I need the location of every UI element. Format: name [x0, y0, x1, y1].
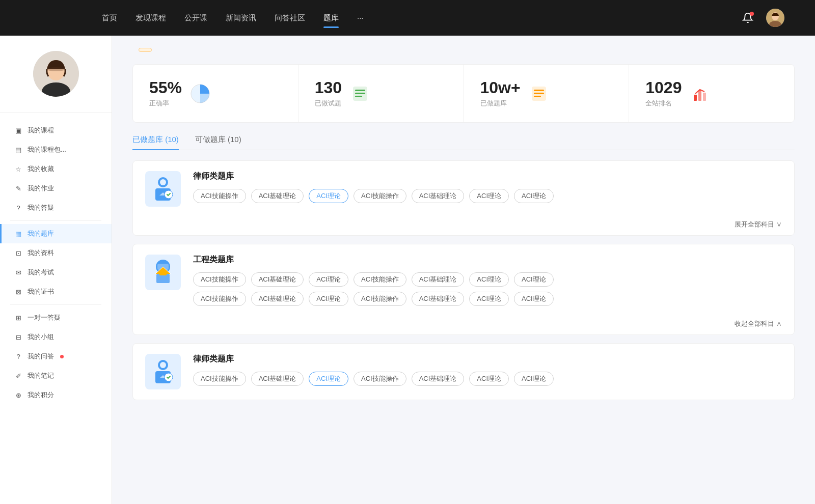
stat-item-pie: 55% 正确率 [133, 65, 298, 122]
svg-rect-16 [694, 95, 697, 101]
tag[interactable]: ACI基础理论 [412, 372, 465, 386]
menu-item-label: 一对一答疑 [28, 313, 61, 322]
assignment-icon: ✎ [14, 184, 22, 192]
tag[interactable]: ACI理论 [514, 292, 554, 306]
sidebar-menu-item-group[interactable]: ⊟ 我的小组 [0, 327, 112, 347]
tab-已做题库 (10)[interactable]: 已做题库 (10) [132, 135, 179, 150]
tag[interactable]: ACI理论 [469, 292, 509, 306]
sidebar-menu-item-qanda[interactable]: ? 我的问答 [0, 347, 112, 366]
trial-badge [139, 48, 152, 52]
nav-link-公开课[interactable]: 公开课 [184, 11, 207, 25]
svg-rect-18 [703, 93, 706, 101]
sidebar-menu-item-assignment[interactable]: ✎ 我的作业 [0, 179, 112, 198]
tag[interactable]: ACI技能操作 [354, 372, 406, 386]
sidebar-profile-area [0, 51, 112, 113]
tag[interactable]: ACI技能操作 [354, 272, 406, 287]
menu-item-label: 我的课程 [28, 126, 54, 135]
tag[interactable]: ACI理论 [514, 372, 554, 386]
sidebar-menu-item-notes[interactable]: ✐ 我的笔记 [0, 366, 112, 385]
stat-label: 已做试题 [315, 99, 342, 108]
sidebar-menu-item-material[interactable]: ⊡ 我的资料 [0, 243, 112, 263]
nav-link-首页[interactable]: 首页 [102, 11, 117, 25]
tag[interactable]: ACI理论 [309, 272, 348, 287]
nav-link-问答社区[interactable]: 问答社区 [275, 11, 305, 25]
sidebar-menu-item-points[interactable]: ⊛ 我的积分 [0, 385, 112, 405]
svg-point-29 [160, 362, 166, 368]
sidebar-menu-item-certificate[interactable]: ⊠ 我的证书 [0, 282, 112, 301]
tag[interactable]: ACI技能操作 [193, 372, 246, 386]
qbank-card-3: 律师类题库 ACI技能操作ACI基础理论ACI理论ACI技能操作ACI基础理论A… [132, 343, 795, 400]
tag[interactable]: ACI理论 [469, 272, 509, 287]
svg-rect-26 [159, 273, 167, 275]
qanda-icon: ? [14, 352, 22, 360]
sidebar-menu-item-star[interactable]: ☆ 我的收藏 [0, 159, 112, 179]
sidebar-menu-item-package[interactable]: ▤ 我的课程包... [0, 140, 112, 159]
chart-red-icon [690, 83, 710, 104]
tag[interactable]: ACI技能操作 [354, 189, 406, 203]
svg-point-6 [47, 67, 65, 71]
stat-value: 1029 [645, 79, 682, 97]
list-green-icon [350, 83, 370, 104]
tab-可做题库 (10)[interactable]: 可做题库 (10) [195, 135, 241, 150]
menu-item-label: 我的答疑 [28, 203, 54, 212]
menu-item-label: 我的收藏 [28, 164, 54, 174]
sidebar-menu-item-qa[interactable]: ? 我的答疑 [0, 198, 112, 217]
qbank-icon [145, 171, 181, 207]
menu-item-label: 我的考试 [28, 268, 54, 277]
navbar: 首页发现课程公开课新闻资讯问答社区题库··· [0, 0, 815, 36]
menu-item-label: 我的问答 [28, 352, 54, 361]
sidebar-menu-item-course[interactable]: ▣ 我的课程 [0, 121, 112, 140]
tag[interactable]: ACI理论 [469, 189, 509, 203]
tag[interactable]: ACI技能操作 [193, 189, 246, 203]
menu-item-label: 我的课程包... [28, 145, 66, 154]
expand-link[interactable]: 收起全部科目 ∧ [133, 316, 794, 334]
tag[interactable]: ACI理论 [514, 189, 554, 203]
tag[interactable]: ACI技能操作 [193, 272, 246, 287]
tag[interactable]: ACI理论 [469, 372, 509, 386]
nav-link-新闻资讯[interactable]: 新闻资讯 [226, 11, 256, 25]
stat-label: 正确率 [149, 99, 182, 108]
svg-rect-10 [355, 93, 365, 94]
svg-point-21 [160, 179, 166, 185]
notification-bell[interactable] [740, 10, 756, 26]
oneone-icon: ⊞ [14, 314, 22, 322]
tag[interactable]: ACI基础理论 [251, 189, 304, 203]
nav-link-发现课程[interactable]: 发现课程 [135, 11, 166, 25]
nav-link-题库[interactable]: 题库 [323, 11, 339, 25]
tag[interactable]: ACI基础理论 [412, 272, 465, 287]
qbank-card-1: 律师类题库 ACI技能操作ACI基础理论ACI理论ACI技能操作ACI基础理论A… [132, 160, 795, 236]
tag[interactable]: ACI基础理论 [251, 372, 304, 386]
qbank-title: 律师类题库 [193, 354, 782, 365]
tag[interactable]: ACI理论 [514, 272, 554, 287]
qbank-icon [145, 255, 181, 290]
exam-icon: ✉ [14, 268, 22, 276]
points-icon: ⊛ [14, 391, 22, 399]
tag[interactable]: ACI基础理论 [251, 292, 304, 306]
nav-link-···[interactable]: ··· [357, 11, 364, 25]
main-content: 55% 正确率 130 已做试题 10w+ 已做题库 [112, 36, 815, 504]
tag[interactable]: ACI基础理论 [412, 292, 465, 306]
sidebar-menu-item-oneone[interactable]: ⊞ 一对一答疑 [0, 308, 112, 327]
tag[interactable]: ACI理论 [309, 189, 348, 203]
tag[interactable]: ACI理论 [309, 372, 348, 386]
tag[interactable]: ACI基础理论 [412, 189, 465, 203]
expand-link[interactable]: 展开全部科目 ∨ [133, 217, 794, 235]
notes-icon: ✐ [14, 372, 22, 380]
menu-item-label: 我的资料 [28, 248, 54, 258]
tag[interactable]: ACI技能操作 [193, 292, 246, 306]
menu-item-label: 我的积分 [28, 390, 54, 400]
list-orange-icon [529, 83, 549, 104]
tag[interactable]: ACI技能操作 [354, 292, 406, 306]
tag[interactable]: ACI理论 [309, 292, 348, 306]
sidebar-menu-item-exam[interactable]: ✉ 我的考试 [0, 263, 112, 282]
svg-rect-13 [534, 90, 544, 91]
pie-icon [190, 83, 210, 104]
material-icon: ⊡ [14, 249, 22, 257]
stat-label: 已做题库 [480, 99, 521, 108]
tag[interactable]: ACI基础理论 [251, 272, 304, 287]
avatar[interactable] [766, 9, 784, 27]
menu-item-label: 我的题库 [28, 229, 54, 238]
stat-value: 130 [315, 79, 342, 97]
sidebar-menu-item-qbank[interactable]: ▦ 我的题库 [0, 224, 112, 243]
certificate-icon: ⊠ [14, 288, 22, 296]
